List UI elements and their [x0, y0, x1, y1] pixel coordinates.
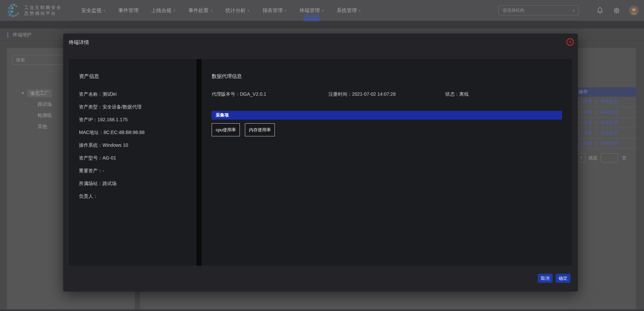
collection-item-cpu[interactable]: cpu使用率: [212, 123, 240, 136]
cancel-button[interactable]: 取消: [538, 274, 553, 283]
asset-info-title: 资产信息: [79, 73, 99, 80]
field-asset-ip: 资产IP：192.168.1.175: [79, 117, 144, 130]
field-asset-name: 资产名称：测试lei: [79, 91, 144, 104]
field-agent-version: 代理版本号：DGA_V2.0.1: [212, 91, 329, 97]
collection-item-memory[interactable]: 内存使用率: [245, 123, 275, 136]
field-os: 操作系统：Windows 10: [79, 142, 144, 155]
dialog-header: 终端详情 ✕: [63, 34, 578, 51]
field-register-time: 注册时间：2021-07-02 14:07:28: [329, 91, 445, 97]
collection-items-header: 采集项: [212, 111, 562, 120]
field-status: 状态：离线: [445, 91, 562, 97]
close-icon[interactable]: ✕: [566, 38, 574, 46]
asset-info-card: 资产信息 资产名称：测试lei 资产类型：安全设备/数据代理 资产IP：192.…: [69, 59, 197, 266]
field-important-asset: 重要资产：-: [79, 168, 144, 181]
dialog-title: 终端详情: [69, 39, 89, 46]
agent-info-card: 数据代理信息 代理版本号：DGA_V2.0.1 注册时间：2021-07-02 …: [202, 59, 572, 266]
dialog-body: 资产信息 资产名称：测试lei 资产类型：安全设备/数据代理 资产IP：192.…: [69, 59, 572, 266]
field-mac-address: MAC地址：8C:EC:4B:B8:96:88: [79, 130, 144, 142]
field-station: 所属场站：路试场: [79, 181, 144, 193]
agent-info-title: 数据代理信息: [212, 73, 242, 80]
screen: 工业互联网安全 态势感知平台 安全监视∨ 事件管理 上线合规∨ 事件处置∨ 统计…: [0, 0, 644, 311]
asset-fields: 资产名称：测试lei 资产类型：安全设备/数据代理 资产IP：192.168.1…: [79, 91, 144, 206]
confirm-button[interactable]: 确定: [556, 274, 570, 283]
field-asset-type: 资产类型：安全设备/数据代理: [79, 104, 144, 117]
field-owner: 负责人：: [79, 193, 144, 206]
field-asset-model: 资产型号：AG-01: [79, 155, 144, 168]
dialog-footer: 取消 确定: [538, 274, 570, 283]
collection-items: cpu使用率 内存使用率: [212, 123, 275, 136]
agent-fields: 代理版本号：DGA_V2.0.1 注册时间：2021-07-02 14:07:2…: [212, 91, 562, 97]
terminal-detail-dialog: 终端详情 ✕ 资产信息 资产名称：测试lei 资产类型：安全设备/数据代理 资产…: [63, 34, 578, 292]
